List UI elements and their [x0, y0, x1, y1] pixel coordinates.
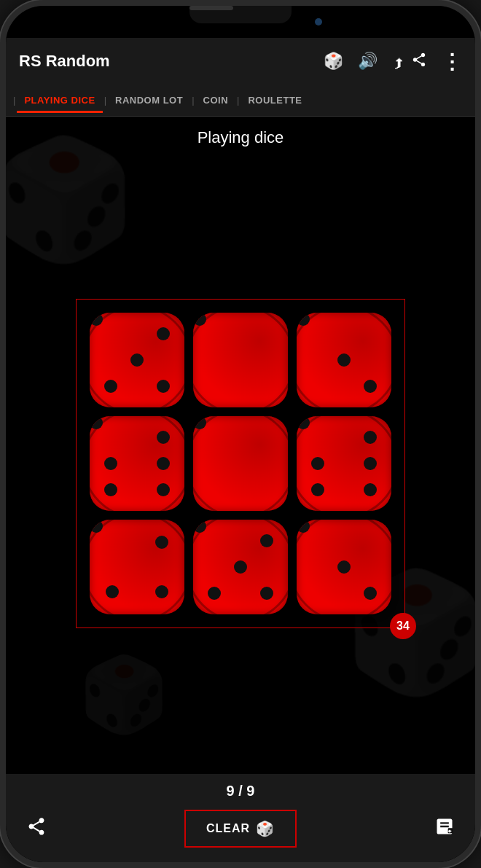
notch — [189, 6, 292, 23]
top-icons: 🎲 🔊 ⮭ ⋮ — [324, 50, 462, 74]
die-4[interactable] — [90, 416, 184, 511]
die-6[interactable] — [297, 416, 391, 511]
dice-icon[interactable]: 🎲 — [324, 52, 343, 71]
die-9[interactable] — [297, 520, 391, 614]
tab-sep-0: | — [12, 95, 17, 106]
die-3[interactable] — [297, 313, 391, 407]
die-2[interactable] — [193, 313, 288, 407]
clear-label: CLEAR — [206, 822, 250, 835]
phone-notch — [6, 6, 475, 38]
tab-sep-1: | — [103, 95, 108, 106]
tab-sep-3: | — [235, 95, 240, 106]
tab-coin[interactable]: COIN — [196, 87, 236, 113]
dice-grid — [90, 313, 391, 614]
app-content: RS Random 🎲 🔊 ⮭ ⋮ | PLAYING DICE | RANDO… — [6, 38, 475, 862]
page-title: Playing dice — [198, 128, 284, 146]
phone-frame: RS Random 🎲 🔊 ⮭ ⋮ | PLAYING DICE | RANDO… — [0, 0, 481, 868]
die-8[interactable] — [193, 520, 288, 614]
speaker — [189, 6, 233, 10]
counter-text: 9 / 9 — [227, 783, 255, 799]
die-1[interactable] — [90, 313, 184, 407]
history-button[interactable] — [429, 810, 461, 848]
app-title: RS Random — [19, 52, 110, 71]
bottom-actions: CLEAR 🎲 — [20, 810, 461, 848]
top-bar: RS Random 🎲 🔊 ⮭ ⋮ — [6, 38, 475, 85]
bottom-section: 9 / 9 CLEAR 🎲 — [6, 774, 475, 862]
clear-button[interactable]: CLEAR 🎲 — [184, 810, 297, 848]
dice-container[interactable]: 34 — [6, 153, 475, 774]
tab-playing-dice[interactable]: PLAYING DICE — [17, 87, 102, 113]
more-icon[interactable]: ⋮ — [442, 50, 462, 74]
die-7[interactable] — [90, 520, 184, 614]
tab-bar: | PLAYING DICE | RANDOM LOT | COIN | ROU… — [6, 85, 475, 117]
clear-icon: 🎲 — [256, 820, 275, 837]
volume-icon[interactable]: 🔊 — [358, 52, 378, 71]
tab-roulette[interactable]: ROULETTE — [240, 87, 309, 113]
page-title-area: Playing dice — [6, 117, 475, 153]
tab-sep-2: | — [190, 95, 195, 106]
tab-random-lot[interactable]: RANDOM LOT — [108, 87, 190, 113]
share-bottom-button[interactable] — [20, 810, 52, 848]
share-icon[interactable]: ⮭ — [392, 52, 427, 71]
sum-badge: 34 — [390, 613, 416, 639]
main-area: 🎲 🎲 🎲 Playing dice — [6, 117, 475, 774]
dice-border-box: 34 — [76, 299, 405, 628]
die-5[interactable] — [193, 416, 288, 511]
camera — [315, 18, 322, 26]
